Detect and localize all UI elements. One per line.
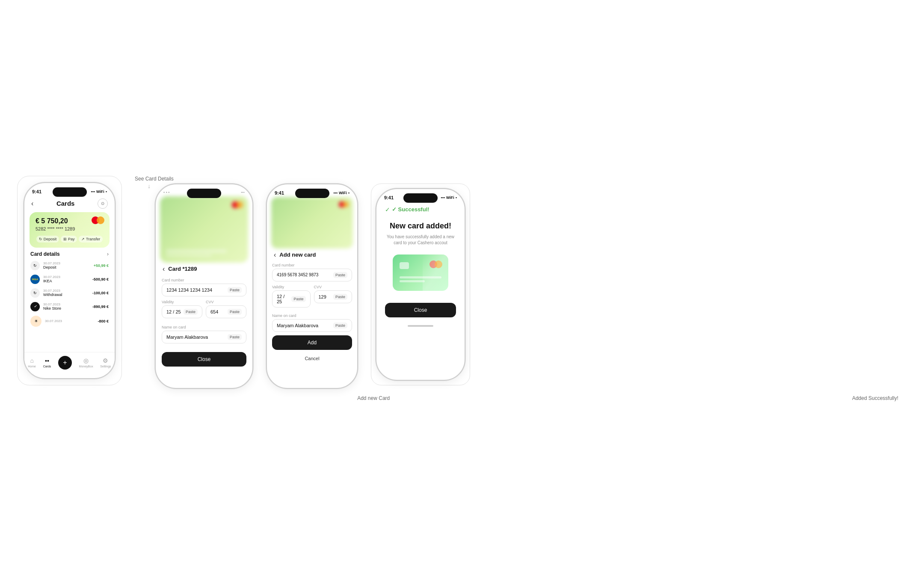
tx-date-5: 30.07.2023: [45, 319, 94, 323]
add-button-3[interactable]: Add: [272, 335, 352, 350]
settings-button-1[interactable]: ⊙: [98, 198, 108, 209]
success-subtitle: You have successfully added a new card t…: [385, 234, 456, 246]
nav-home-label: Home: [28, 365, 36, 368]
paste-validity-3[interactable]: Paste: [291, 296, 305, 302]
name-value-3: Maryam Alakbarova: [277, 323, 318, 328]
nav-settings[interactable]: ⚙ Settings: [100, 357, 111, 368]
validity-input-3[interactable]: 12 / 25 Paste: [272, 290, 311, 308]
notch-3: [295, 189, 329, 198]
pay-button[interactable]: ⊞ Pay: [61, 236, 77, 243]
nav-moneybox[interactable]: ◎ MoneyBox: [79, 357, 93, 368]
mc-orange-circle: [97, 216, 104, 224]
validity-group-2: Validity 12 / 25 Paste: [162, 300, 202, 318]
name-input-2[interactable]: Maryam Alakbarova Paste: [162, 331, 246, 343]
battery-icon-3: ▪: [348, 191, 349, 195]
cvv-input-3[interactable]: 129 Paste: [314, 290, 352, 303]
tx-name-2: IKEA: [43, 279, 89, 283]
paste-card-3[interactable]: Paste: [333, 272, 347, 278]
name-input-3[interactable]: Maryam Alakbarova Paste: [272, 319, 352, 332]
tx-date-3: 30.07.2023: [43, 289, 89, 293]
tx-info-5: 30.07.2023: [45, 319, 94, 323]
wifi-icon-4: WiFi: [446, 195, 454, 200]
card-number-input-2[interactable]: 1234 1234 1234 1234 Paste: [162, 284, 246, 296]
close-button-2[interactable]: Close: [162, 352, 246, 367]
cvv-group-3: CVV 129 Paste: [314, 285, 352, 308]
status-icons-1: ▪▪▪ WiFi ▪: [91, 189, 107, 194]
name-label-3: Name on card: [272, 314, 352, 318]
notch-4: [403, 193, 438, 203]
wifi-icon: WiFi: [96, 189, 104, 194]
card-details-label: Card details: [30, 251, 60, 257]
phone-4-outer-box: 9:41 ▪▪▪ WiFi ▪ ✓ ✓ Successful!: [371, 183, 470, 385]
validity-cvv-row-3: Validity 12 / 25 Paste CVV 129: [272, 285, 352, 308]
table-row: ↻ 30.07.2023 Withdrawal -100,00 €: [24, 286, 115, 300]
paste-name-2[interactable]: Paste: [228, 334, 242, 340]
pay-label: Pay: [68, 237, 75, 241]
successful-label: ✓ Successful!: [392, 206, 429, 213]
paste-name-3[interactable]: Paste: [333, 323, 347, 328]
paste-cvv-2[interactable]: Paste: [228, 309, 242, 315]
mastercard-logo: [92, 216, 104, 224]
card-number-input-3[interactable]: 4169 5678 3452 9873 Paste: [272, 269, 352, 281]
bottom-annotations: Add new Card Added Successfully!: [17, 394, 907, 402]
validity-group-3: Validity 12 / 25 Paste: [272, 285, 311, 308]
paste-button-card-2[interactable]: Paste: [228, 287, 242, 293]
tx-name-1: Deposit: [43, 265, 90, 269]
status-icons-3: ▪▪▪ WiFi ▪: [333, 191, 349, 195]
card-line-2: [400, 280, 425, 282]
back-button-3[interactable]: ‹: [274, 251, 276, 259]
nike-tx-icon: ✓: [30, 302, 40, 311]
withdrawal-tx-icon: ↻: [30, 288, 40, 298]
checkmark-icon: ✓: [385, 206, 390, 213]
home-indicator-4: [408, 325, 433, 327]
other-tx-icon: ☀: [30, 316, 41, 327]
card-number: 5282 **** **** 1289: [36, 226, 104, 231]
card-widget: € 5 750,20 5282 **** **** 1289 ↻ Deposit…: [30, 212, 110, 248]
validity-label-2: Validity: [162, 300, 202, 304]
tx-date-4: 30.07.2023: [43, 302, 89, 306]
nav-cards[interactable]: ▪▪ Cards: [43, 357, 51, 368]
card-number-value-3: 4169 5678 3452 9873: [277, 272, 318, 277]
screen-title-1: Cards: [56, 200, 75, 207]
cancel-button-3[interactable]: Cancel: [272, 353, 352, 364]
phone-3-wrapper: 9:41 ▪▪▪ WiFi ▪: [266, 183, 358, 389]
card-details-section[interactable]: Card details ›: [24, 248, 115, 259]
card-chip: [400, 262, 409, 269]
tx-amount-5: -800 €: [98, 319, 109, 323]
table-row: ✓ 30.07.2023 Nike Store -890,99 €: [24, 300, 115, 314]
validity-cvv-row-2: Validity 12 / 25 Paste CVV 654: [162, 300, 246, 318]
settings-icon: ⊙: [101, 201, 104, 206]
added-successfully-annotation: Added Successfully!: [852, 394, 898, 402]
close-button-4[interactable]: Close: [385, 303, 456, 317]
deposit-tx-icon: ↻: [30, 261, 40, 270]
back-button-1[interactable]: ‹: [31, 200, 33, 207]
screen2-header: ‹ Card *1289: [156, 263, 252, 276]
tx-amount-1: +50,99 €: [94, 263, 109, 268]
validity-input-2[interactable]: 12 / 25 Paste: [162, 305, 202, 318]
nav-home[interactable]: ⌂ Home: [28, 357, 36, 368]
name-value-2: Maryam Alakbarova: [166, 334, 208, 340]
paste-validity-2[interactable]: Paste: [184, 309, 198, 315]
back-button-2[interactable]: ‹: [163, 265, 165, 273]
paste-cvv-3[interactable]: Paste: [333, 294, 347, 300]
screen3-header: ‹ Add new card: [267, 249, 357, 262]
cvv-label-3: CVV: [314, 285, 352, 289]
settings-nav-icon: ⚙: [103, 357, 108, 364]
phone-2-frame: • • • ▪▪▪: [155, 183, 253, 389]
table-row: IKEA 30.07.2023 IKEA -500,90 €: [24, 272, 115, 286]
table-row: ↻ 30.07.2023 Deposit +50,99 €: [24, 259, 115, 272]
card-detail-title: Card *1289: [168, 266, 197, 272]
notch-2: [187, 189, 221, 198]
bottom-nav: ⌂ Home ▪▪ Cards + ◎ MoneyBox: [24, 352, 115, 374]
tx-info-3: 30.07.2023 Withdrawal: [43, 289, 89, 297]
deposit-button[interactable]: ↻ Deposit: [36, 236, 59, 243]
nav-fab-button[interactable]: +: [58, 356, 72, 370]
success-title: New card added!: [390, 222, 451, 231]
transfer-button[interactable]: ↗ Transfer: [79, 236, 103, 243]
card-number-label-3: Card number: [272, 263, 352, 267]
phone-1-frame: 9:41 ▪▪▪ WiFi ▪ ‹ Cards ⊙: [24, 182, 116, 379]
battery-icon-4: ▪: [456, 195, 457, 200]
cvv-input-2[interactable]: 654 Paste: [206, 305, 246, 318]
card-details-arrow: ›: [107, 251, 109, 257]
deposit-label: Deposit: [44, 237, 57, 241]
